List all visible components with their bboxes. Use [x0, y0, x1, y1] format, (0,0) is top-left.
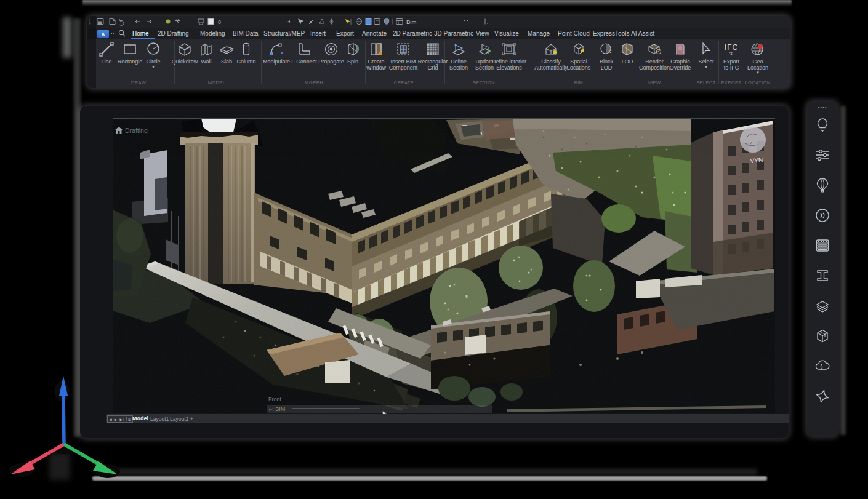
svg-text:Bim: Bim	[406, 18, 416, 25]
svg-text:0: 0	[218, 19, 221, 25]
svg-text:IFC: IFC	[725, 43, 738, 52]
